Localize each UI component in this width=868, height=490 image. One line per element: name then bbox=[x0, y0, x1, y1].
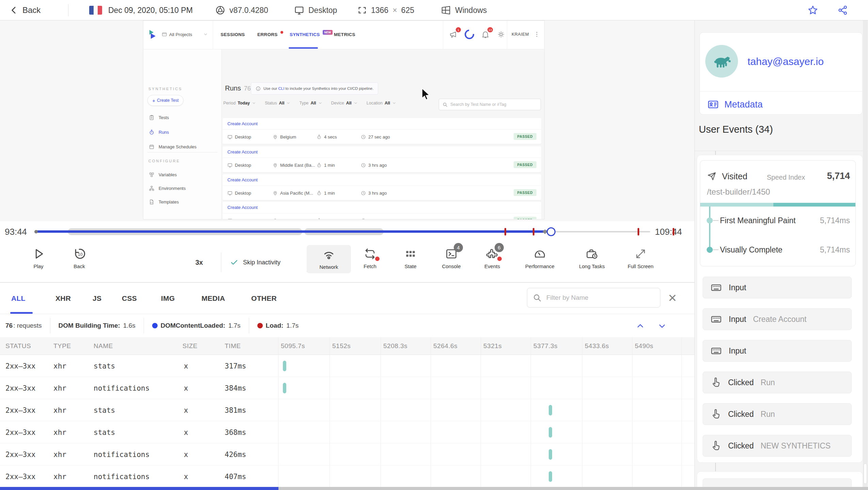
expand-icon bbox=[635, 248, 646, 260]
stopwatch-icon bbox=[317, 134, 322, 140]
request-status: 2xx–3xx bbox=[5, 355, 36, 377]
speed-toggle[interactable]: 3x bbox=[195, 242, 203, 282]
horizontal-scrollbar[interactable] bbox=[0, 487, 868, 490]
filter-device: DeviceAll bbox=[331, 101, 358, 105]
play-button[interactable]: Play bbox=[16, 247, 61, 269]
timeline-error-tick bbox=[638, 228, 639, 235]
net-tab-media[interactable]: MEDIA bbox=[202, 283, 225, 314]
replayed-app-screenshot: All Projects SESSIONS ERRORS SYNTHETICSN… bbox=[143, 20, 545, 219]
user-email-link[interactable]: tahay@asayer.io bbox=[748, 56, 824, 67]
playback-timeline: 93:44 109:44 bbox=[0, 221, 694, 242]
filter-status: StatusAll bbox=[265, 101, 290, 105]
table-row[interactable]: 2xx–3xx xhr stats x 381ms bbox=[0, 399, 694, 421]
close-panel-button[interactable]: ✕ bbox=[668, 290, 677, 306]
resolution-height: 625 bbox=[401, 6, 414, 15]
chevron-down-icon bbox=[286, 101, 290, 105]
filter-input[interactable] bbox=[546, 294, 648, 302]
time-column-label: 5490s bbox=[635, 337, 653, 355]
table-row[interactable]: 2xx–3xx xhr notifications x 384ms bbox=[0, 377, 694, 399]
info-icon bbox=[256, 86, 261, 91]
request-timing-marker bbox=[549, 449, 552, 460]
request-timing-marker bbox=[283, 361, 286, 371]
dom-building-stat: DOM Building Time:1.6s bbox=[50, 318, 144, 333]
run-card: Create Account Desktop Belgium 4 secs 27… bbox=[223, 118, 541, 144]
full-screen-button[interactable]: Full Screen bbox=[618, 247, 663, 269]
session-replay-app: Back Dec 09, 2020, 05:10 PM v87.0.4280 D… bbox=[0, 0, 868, 490]
announcements-button: 1 bbox=[449, 21, 458, 48]
net-tab-img[interactable]: IMG bbox=[161, 283, 175, 314]
panel-events-button[interactable]: 6 Events bbox=[470, 247, 514, 269]
network-summary-bar: 76: requests DOM Building Time:1.6s DOMC… bbox=[0, 314, 694, 337]
status-badge: PASSED bbox=[514, 133, 536, 140]
timeline-progress bbox=[36, 230, 551, 233]
jump-down-button[interactable] bbox=[657, 322, 667, 330]
id-card-icon bbox=[707, 99, 719, 110]
net-tab-js[interactable]: JS bbox=[93, 283, 101, 314]
visited-event-card[interactable]: Visited Speed Index 5,714 /test-builder/… bbox=[700, 160, 856, 266]
event-item-input[interactable]: Input bbox=[703, 277, 852, 298]
back-button[interactable]: Back bbox=[10, 0, 41, 20]
horizontal-scrollbar-thumb[interactable] bbox=[0, 487, 278, 490]
request-type: xhr bbox=[53, 399, 66, 421]
panel-long-tasks-button[interactable]: Long Tasks bbox=[570, 247, 614, 269]
event-item-clicked[interactable]: ClickedRun bbox=[703, 403, 852, 425]
share-button[interactable] bbox=[837, 0, 848, 20]
event-item-input[interactable]: Input bbox=[703, 340, 852, 362]
sidebar-item-templates: Templates bbox=[149, 199, 179, 205]
table-row[interactable]: 2xx–3xx xhr notifications x 426ms bbox=[0, 443, 694, 466]
chevron-down-icon bbox=[203, 21, 208, 48]
panel-console-button[interactable]: 4 Console bbox=[429, 247, 473, 269]
event-item-clicked[interactable]: ClickedNEW SYNTHETICS bbox=[703, 435, 852, 457]
timeline-track[interactable] bbox=[36, 221, 650, 242]
sidebar-scrollbar[interactable] bbox=[863, 20, 868, 487]
chevron-left-icon bbox=[10, 6, 18, 15]
panel-network-button[interactable]: Network bbox=[307, 245, 351, 273]
scrollbar-thumb[interactable] bbox=[864, 463, 867, 484]
metadata-button[interactable]: Metadata bbox=[707, 97, 763, 112]
request-status: 2xx–3xx bbox=[5, 377, 36, 399]
stopwatch-icon bbox=[149, 129, 155, 135]
pin-icon bbox=[273, 191, 278, 196]
event-item-input[interactable]: InputCreate Account bbox=[703, 308, 852, 330]
back-10s-button[interactable]: Back bbox=[57, 247, 101, 269]
notifications-count: 13 bbox=[487, 27, 493, 32]
net-tab-other[interactable]: OTHER bbox=[251, 283, 277, 314]
visually-complete-dot bbox=[707, 247, 713, 253]
speed-index-value: 5,714 bbox=[827, 171, 850, 181]
request-type: xhr bbox=[53, 466, 66, 488]
panel-performance-button[interactable]: Performance bbox=[518, 247, 562, 269]
monitor-icon bbox=[227, 218, 232, 220]
request-type: xhr bbox=[53, 355, 66, 377]
panel-fetch-button[interactable]: Fetch bbox=[348, 247, 392, 269]
next-events-group-partial bbox=[697, 471, 863, 487]
visually-complete-label: Visually Complete bbox=[720, 245, 783, 255]
events-count-badge: 6 bbox=[495, 243, 504, 252]
panel-state-button[interactable]: State bbox=[388, 247, 433, 269]
net-tab-css[interactable]: CSS bbox=[122, 283, 137, 314]
net-tab-all[interactable]: ALL bbox=[11, 283, 26, 314]
skip-inactivity-toggle[interactable]: Skip Inactivity bbox=[230, 242, 280, 282]
timeline-scrubber-knob[interactable] bbox=[547, 227, 556, 236]
nav-divider bbox=[443, 21, 443, 49]
nav-divider bbox=[507, 21, 507, 49]
col-status: STATUS bbox=[5, 337, 31, 355]
favorite-button[interactable] bbox=[807, 0, 818, 20]
table-row[interactable]: 2xx–3xx xhr stats x 368ms bbox=[0, 421, 694, 443]
user-events-title: User Events (34) bbox=[699, 124, 773, 135]
console-count-badge: 4 bbox=[454, 243, 463, 252]
event-item-clicked[interactable]: ClickedRun bbox=[703, 372, 852, 393]
player-controls: Play Back 3x Skip Inactivity Network Fet… bbox=[0, 242, 694, 282]
session-info-sidebar: tahay@asayer.io Metadata User Events (34… bbox=[694, 20, 868, 487]
loading-spinner bbox=[465, 21, 474, 48]
table-row[interactable]: 2xx–3xx xhr notifications x 407ms bbox=[0, 466, 694, 488]
filter-period: PeriodToday bbox=[223, 101, 256, 105]
window-icon bbox=[162, 32, 167, 37]
run-name: Create Account bbox=[227, 177, 258, 182]
time-column-label: 5264.6s bbox=[433, 337, 457, 355]
net-tab-xhr[interactable]: XHR bbox=[55, 283, 71, 314]
keyboard-icon bbox=[710, 313, 722, 325]
more-menu bbox=[533, 21, 540, 48]
jump-up-button[interactable] bbox=[635, 322, 645, 330]
status-badge: PASSED bbox=[514, 189, 536, 196]
table-row[interactable]: 2xx–3xx xhr stats x 317ms bbox=[0, 355, 694, 377]
